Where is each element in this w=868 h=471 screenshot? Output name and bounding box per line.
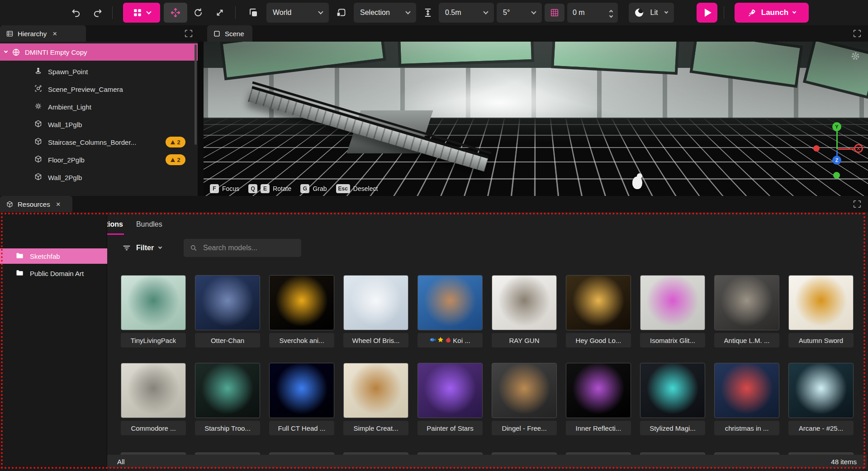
rotate-snap-dropdown[interactable]: 5° bbox=[497, 3, 542, 23]
asset-card[interactable]: Antique L.M. ... bbox=[714, 275, 779, 347]
asset-card[interactable]: Commodore ... bbox=[121, 363, 186, 435]
toolbar-divider bbox=[235, 6, 236, 19]
vertical-snap-button[interactable] bbox=[420, 5, 436, 21]
asset-card[interactable]: Wheel Of Bris... bbox=[343, 275, 408, 347]
hotkey-hint: EscDeselect bbox=[336, 184, 378, 193]
hierarchy-item[interactable]: Spawn_Point bbox=[0, 63, 198, 80]
asset-label: christmas in ... bbox=[714, 421, 779, 435]
asset-card[interactable]: Simple Creat... bbox=[343, 363, 408, 435]
orientation-gizmo[interactable]: Y X Z bbox=[810, 122, 865, 183]
mesh-icon bbox=[34, 137, 43, 147]
asset-label-text: Sverchok ani... bbox=[279, 337, 324, 344]
asset-thumbnail bbox=[492, 363, 557, 418]
filter-label: Filter bbox=[136, 244, 154, 252]
launch-button[interactable]: Launch bbox=[735, 3, 809, 23]
x-axis-handle[interactable]: X bbox=[854, 144, 863, 153]
render-mode-dropdown[interactable]: Lit bbox=[629, 3, 674, 23]
close-icon[interactable] bbox=[56, 200, 61, 208]
asset-label-text: Dingel - Free... bbox=[502, 424, 546, 432]
negative-x-handle[interactable] bbox=[813, 145, 820, 152]
close-icon[interactable] bbox=[52, 30, 57, 38]
stepper-up-icon[interactable] bbox=[609, 10, 613, 13]
undo-button[interactable] bbox=[68, 5, 84, 21]
star-emoji bbox=[437, 337, 444, 344]
warning-badge[interactable]: 2 bbox=[166, 137, 185, 147]
height-offset-stepper[interactable]: 0 m bbox=[567, 3, 618, 23]
grid-2x2-icon bbox=[133, 8, 142, 18]
hierarchy-fullscreen-button[interactable] bbox=[184, 29, 194, 38]
asset-card[interactable]: Isomatrix Glit... bbox=[640, 275, 705, 347]
y-axis-handle[interactable]: Y bbox=[832, 122, 841, 131]
asset-label-text: Inner Reflecti... bbox=[576, 424, 621, 432]
stepper-down-icon[interactable] bbox=[609, 14, 613, 17]
chevron-down-icon bbox=[318, 9, 323, 14]
hierarchy-root-item[interactable]: DMINTI Empty Copy bbox=[0, 43, 198, 61]
rotate-tool-button[interactable] bbox=[190, 5, 206, 21]
ceiling-panel bbox=[398, 42, 534, 67]
negative-y-handle[interactable] bbox=[833, 172, 840, 179]
play-button[interactable] bbox=[697, 3, 717, 23]
hierarchy-item[interactable]: Wall_1Pglb bbox=[0, 116, 198, 133]
folder-item[interactable]: Sketchfab bbox=[0, 248, 107, 264]
search-input[interactable] bbox=[202, 243, 293, 252]
hierarchy-item[interactable]: Staircase_Columns_Border...2 bbox=[0, 133, 198, 151]
asset-card[interactable]: Autumn Sword bbox=[788, 275, 854, 347]
launch-label: Launch bbox=[761, 8, 788, 17]
asset-card[interactable]: RAY GUN bbox=[492, 275, 557, 347]
asset-card[interactable]: Arcane - #25... bbox=[788, 363, 854, 435]
asset-card[interactable]: Sverchok ani... bbox=[269, 275, 334, 347]
tab-hierarchy[interactable]: Hierarchy bbox=[0, 25, 86, 42]
pivot-mode-dropdown[interactable]: Selection bbox=[354, 3, 416, 23]
asset-browser-button[interactable] bbox=[123, 3, 160, 23]
z-axis-handle[interactable]: Z bbox=[832, 156, 841, 165]
translate-snap-dropdown[interactable]: 0.5m bbox=[439, 3, 494, 23]
expand-caret-icon[interactable] bbox=[4, 49, 8, 53]
scale-tool-button[interactable] bbox=[212, 5, 228, 21]
asset-label: Full CT Head ... bbox=[269, 421, 334, 435]
asset-card[interactable]: Hey Good Lo... bbox=[566, 275, 631, 347]
scene-fullscreen-button[interactable] bbox=[852, 29, 862, 38]
hierarchy-item[interactable]: Wall_2Pglb bbox=[0, 169, 198, 186]
asset-card[interactable]: Dingel - Free... bbox=[492, 363, 557, 435]
asset-card[interactable]: Otter-Chan bbox=[195, 275, 260, 347]
transform-space-button[interactable] bbox=[245, 5, 261, 21]
asset-label-text: Arcane - #25... bbox=[799, 424, 843, 432]
hierarchy-item[interactable]: Floor_2Pglb2 bbox=[0, 151, 198, 168]
pivot-button[interactable] bbox=[333, 5, 349, 21]
fullscreen-icon bbox=[852, 29, 862, 38]
hierarchy-item-label: Ambient_Light bbox=[48, 103, 91, 111]
hotkey-keycap: F bbox=[210, 184, 219, 193]
asset-card[interactable]: Koi ... bbox=[417, 275, 483, 347]
hierarchy-item[interactable]: Ambient_Light bbox=[0, 98, 198, 115]
tab-scene[interactable]: Scene bbox=[207, 25, 252, 42]
asset-card[interactable]: Starship Troo... bbox=[195, 363, 260, 435]
world-space-dropdown[interactable]: World bbox=[266, 3, 329, 23]
scene-settings-gear-button[interactable] bbox=[850, 51, 861, 62]
hierarchy-item[interactable]: Scene_Preview_Camera bbox=[0, 81, 198, 98]
hierarchy-item-label: Scene_Preview_Camera bbox=[48, 86, 123, 93]
move-tool-button[interactable] bbox=[164, 3, 187, 23]
grid-snap-button[interactable] bbox=[545, 4, 564, 22]
hotkey-label: Grab bbox=[313, 185, 327, 192]
folder-item[interactable]: Public Domain Art bbox=[0, 266, 107, 281]
resources-tab-bundles[interactable]: Bundles bbox=[135, 220, 163, 235]
horizon-fade bbox=[204, 118, 868, 143]
hotkey-keycap: E bbox=[261, 184, 270, 193]
asset-card[interactable]: Painter of Stars bbox=[417, 363, 483, 435]
asset-label: Autumn Sword bbox=[788, 333, 854, 347]
hierarchy-item-label: Wall_2Pglb bbox=[48, 174, 82, 181]
hierarchy-scrollbar[interactable] bbox=[194, 44, 197, 145]
tab-resources[interactable]: Resources bbox=[0, 196, 72, 212]
asset-card[interactable]: Inner Reflecti... bbox=[566, 363, 631, 435]
asset-label: RAY GUN bbox=[492, 333, 557, 347]
asset-card[interactable]: christmas in ... bbox=[714, 363, 779, 435]
resources-fullscreen-button[interactable] bbox=[852, 199, 862, 209]
asset-card[interactable]: TinyLivingPack bbox=[121, 275, 186, 347]
asset-card[interactable]: Stylized Magi... bbox=[640, 363, 705, 435]
status-filter[interactable]: All bbox=[117, 458, 125, 466]
warning-badge[interactable]: 2 bbox=[166, 154, 185, 165]
scene-viewport[interactable]: Y X Z FFocusQERotateGGrabEscDeselect bbox=[204, 42, 868, 196]
asset-card[interactable]: Full CT Head ... bbox=[269, 363, 334, 435]
redo-button[interactable] bbox=[90, 5, 106, 21]
filter-button[interactable]: Filter bbox=[119, 239, 165, 257]
